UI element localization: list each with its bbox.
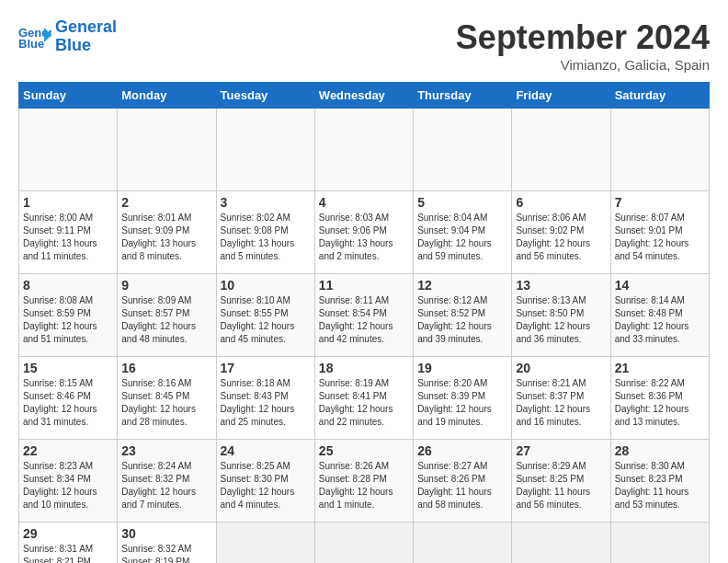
- day-number: 16: [121, 361, 211, 375]
- calendar-week-row: 15 Sunrise: 8:15 AM Sunset: 8:46 PM Dayl…: [19, 357, 710, 440]
- calendar-day-cell: 11 Sunrise: 8:11 AM Sunset: 8:54 PM Dayl…: [314, 274, 413, 357]
- calendar-header-row: SundayMondayTuesdayWednesdayThursdayFrid…: [19, 83, 710, 109]
- day-info: Sunrise: 8:11 AM Sunset: 8:54 PM Dayligh…: [319, 294, 409, 346]
- svg-text:Blue: Blue: [18, 37, 44, 50]
- day-number: 15: [23, 361, 113, 375]
- day-info: Sunrise: 8:26 AM Sunset: 8:28 PM Dayligh…: [319, 460, 409, 511]
- day-number: 2: [121, 195, 211, 210]
- day-number: 7: [615, 195, 705, 210]
- calendar-day-cell: 7 Sunrise: 8:07 AM Sunset: 9:01 PM Dayli…: [610, 191, 709, 274]
- day-number: 12: [417, 278, 507, 293]
- calendar-table: SundayMondayTuesdayWednesdayThursdayFrid…: [18, 82, 710, 563]
- weekday-header: Friday: [512, 83, 610, 109]
- calendar-day-cell: [610, 109, 709, 191]
- day-number: 27: [516, 443, 606, 458]
- day-info: Sunrise: 8:02 AM Sunset: 9:08 PM Dayligh…: [221, 212, 311, 263]
- day-info: Sunrise: 8:08 AM Sunset: 8:59 PM Dayligh…: [23, 294, 113, 346]
- day-number: 25: [319, 443, 409, 458]
- day-info: Sunrise: 8:27 AM Sunset: 8:26 PM Dayligh…: [417, 460, 507, 511]
- calendar-day-cell: 18 Sunrise: 8:19 AM Sunset: 8:41 PM Dayl…: [314, 357, 413, 440]
- calendar-day-cell: 29 Sunrise: 8:31 AM Sunset: 8:21 PM Dayl…: [19, 523, 118, 564]
- calendar-day-cell: [610, 523, 709, 564]
- day-info: Sunrise: 8:23 AM Sunset: 8:34 PM Dayligh…: [23, 460, 113, 511]
- calendar-day-cell: [314, 109, 413, 191]
- calendar-day-cell: 21 Sunrise: 8:22 AM Sunset: 8:36 PM Dayl…: [610, 357, 709, 440]
- calendar-day-cell: 15 Sunrise: 8:15 AM Sunset: 8:46 PM Dayl…: [19, 357, 118, 440]
- day-number: 22: [23, 443, 113, 458]
- day-info: Sunrise: 8:15 AM Sunset: 8:46 PM Dayligh…: [23, 377, 113, 429]
- calendar-day-cell: [512, 109, 610, 191]
- day-info: Sunrise: 8:19 AM Sunset: 8:41 PM Dayligh…: [319, 377, 409, 429]
- calendar-day-cell: 30 Sunrise: 8:32 AM Sunset: 8:19 PM Dayl…: [118, 523, 216, 564]
- day-info: Sunrise: 8:18 AM Sunset: 8:43 PM Dayligh…: [221, 377, 311, 429]
- weekday-header: Wednesday: [314, 83, 413, 109]
- weekday-header: Tuesday: [216, 83, 314, 109]
- day-info: Sunrise: 8:29 AM Sunset: 8:25 PM Dayligh…: [516, 460, 606, 511]
- calendar-day-cell: 24 Sunrise: 8:25 AM Sunset: 8:30 PM Dayl…: [216, 440, 314, 523]
- day-info: Sunrise: 8:24 AM Sunset: 8:32 PM Dayligh…: [121, 460, 211, 511]
- calendar-day-cell: [216, 109, 314, 191]
- day-number: 13: [516, 278, 606, 293]
- day-info: Sunrise: 8:25 AM Sunset: 8:30 PM Dayligh…: [221, 460, 311, 511]
- day-info: Sunrise: 8:06 AM Sunset: 9:02 PM Dayligh…: [516, 212, 606, 263]
- day-number: 3: [221, 195, 311, 210]
- day-number: 28: [615, 443, 705, 458]
- calendar-day-cell: 25 Sunrise: 8:26 AM Sunset: 8:28 PM Dayl…: [314, 440, 413, 523]
- location: Vimianzo, Galicia, Spain: [456, 57, 710, 73]
- logo-text: General Blue: [55, 18, 117, 55]
- day-number: 11: [319, 278, 409, 293]
- day-info: Sunrise: 8:31 AM Sunset: 8:21 PM Dayligh…: [23, 543, 113, 563]
- day-number: 26: [417, 443, 507, 458]
- calendar-day-cell: [216, 523, 314, 564]
- calendar-day-cell: [414, 109, 512, 191]
- title-area: September 2024 Vimianzo, Galicia, Spain: [456, 18, 710, 73]
- calendar-day-cell: [19, 109, 118, 191]
- day-number: 23: [121, 443, 211, 458]
- day-info: Sunrise: 8:04 AM Sunset: 9:04 PM Dayligh…: [417, 212, 507, 263]
- day-info: Sunrise: 8:00 AM Sunset: 9:11 PM Dayligh…: [23, 212, 113, 263]
- calendar-day-cell: 28 Sunrise: 8:30 AM Sunset: 8:23 PM Dayl…: [610, 440, 709, 523]
- weekday-header: Saturday: [610, 83, 709, 109]
- day-info: Sunrise: 8:30 AM Sunset: 8:23 PM Dayligh…: [615, 460, 705, 511]
- calendar-body: 1 Sunrise: 8:00 AM Sunset: 9:11 PM Dayli…: [19, 109, 710, 564]
- day-info: Sunrise: 8:16 AM Sunset: 8:45 PM Dayligh…: [121, 377, 211, 429]
- calendar-day-cell: 27 Sunrise: 8:29 AM Sunset: 8:25 PM Dayl…: [512, 440, 610, 523]
- day-number: 1: [23, 195, 113, 210]
- calendar-day-cell: 2 Sunrise: 8:01 AM Sunset: 9:09 PM Dayli…: [118, 191, 216, 274]
- day-number: 14: [615, 278, 705, 293]
- calendar-week-row: 22 Sunrise: 8:23 AM Sunset: 8:34 PM Dayl…: [19, 440, 710, 523]
- day-info: Sunrise: 8:32 AM Sunset: 8:19 PM Dayligh…: [121, 543, 211, 563]
- day-info: Sunrise: 8:07 AM Sunset: 9:01 PM Dayligh…: [615, 212, 705, 263]
- day-info: Sunrise: 8:14 AM Sunset: 8:48 PM Dayligh…: [615, 294, 705, 346]
- logo: General Blue General Blue: [18, 18, 117, 55]
- weekday-header: Monday: [118, 83, 216, 109]
- calendar-week-row: 1 Sunrise: 8:00 AM Sunset: 9:11 PM Dayli…: [19, 191, 710, 274]
- day-number: 9: [121, 278, 211, 293]
- calendar-day-cell: 9 Sunrise: 8:09 AM Sunset: 8:57 PM Dayli…: [118, 274, 216, 357]
- calendar-day-cell: [314, 523, 413, 564]
- weekday-header: Thursday: [414, 83, 512, 109]
- day-number: 30: [121, 526, 211, 541]
- calendar-day-cell: 22 Sunrise: 8:23 AM Sunset: 8:34 PM Dayl…: [19, 440, 118, 523]
- day-info: Sunrise: 8:21 AM Sunset: 8:37 PM Dayligh…: [516, 377, 606, 429]
- calendar-day-cell: 6 Sunrise: 8:06 AM Sunset: 9:02 PM Dayli…: [512, 191, 610, 274]
- day-number: 10: [221, 278, 311, 293]
- day-info: Sunrise: 8:09 AM Sunset: 8:57 PM Dayligh…: [121, 294, 211, 346]
- logo-icon: General Blue: [18, 24, 51, 50]
- calendar-day-cell: 23 Sunrise: 8:24 AM Sunset: 8:32 PM Dayl…: [118, 440, 216, 523]
- day-info: Sunrise: 8:03 AM Sunset: 9:06 PM Dayligh…: [319, 212, 409, 263]
- day-info: Sunrise: 8:01 AM Sunset: 9:09 PM Dayligh…: [121, 212, 211, 263]
- day-number: 6: [516, 195, 606, 210]
- day-info: Sunrise: 8:12 AM Sunset: 8:52 PM Dayligh…: [417, 294, 507, 346]
- calendar-day-cell: 13 Sunrise: 8:13 AM Sunset: 8:50 PM Dayl…: [512, 274, 610, 357]
- calendar-day-cell: 26 Sunrise: 8:27 AM Sunset: 8:26 PM Dayl…: [414, 440, 512, 523]
- calendar-day-cell: 1 Sunrise: 8:00 AM Sunset: 9:11 PM Dayli…: [19, 191, 118, 274]
- weekday-header: Sunday: [19, 83, 118, 109]
- calendar-day-cell: 8 Sunrise: 8:08 AM Sunset: 8:59 PM Dayli…: [19, 274, 118, 357]
- calendar-day-cell: 19 Sunrise: 8:20 AM Sunset: 8:39 PM Dayl…: [414, 357, 512, 440]
- day-number: 4: [319, 195, 409, 210]
- calendar-week-row: [19, 109, 710, 191]
- page-header: General Blue General Blue September 2024…: [18, 18, 710, 73]
- calendar-day-cell: 4 Sunrise: 8:03 AM Sunset: 9:06 PM Dayli…: [314, 191, 413, 274]
- calendar-day-cell: 17 Sunrise: 8:18 AM Sunset: 8:43 PM Dayl…: [216, 357, 314, 440]
